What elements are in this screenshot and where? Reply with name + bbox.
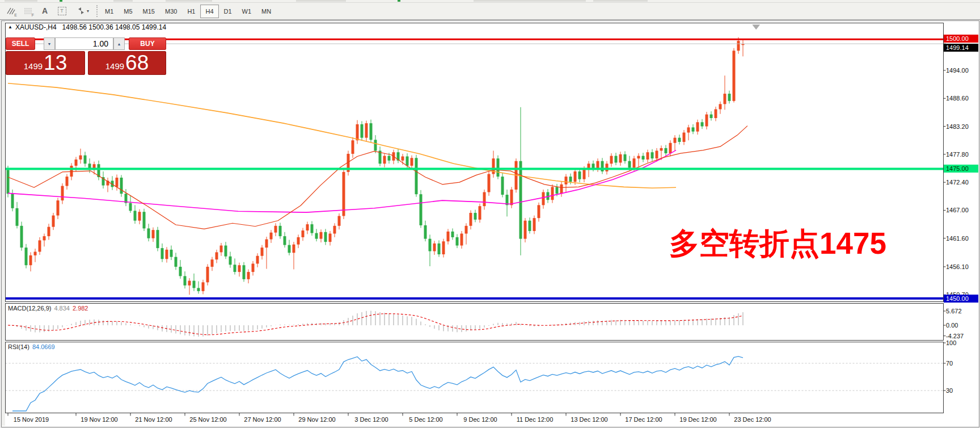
price-axis-label: 1467.00	[946, 207, 969, 213]
macd-axis-label: 5.672	[946, 308, 962, 314]
price-axis-label: 1472.40	[946, 179, 969, 186]
triangle-down-icon: ▼	[48, 42, 52, 46]
price-axis-label: 1488.60	[946, 95, 969, 102]
volume-input[interactable]	[55, 37, 113, 50]
time-axis-label: 17 Dec 12:00	[625, 416, 662, 423]
sell-button[interactable]: SELL	[6, 37, 35, 50]
time-axis-label: 25 Nov 12:00	[189, 416, 226, 423]
mt4-application-window: E F A T ▾ M1M5M15M30H1H4D1W1MN ▲XAUUSD-,…	[0, 0, 980, 428]
buy-price-minor: 1499	[105, 61, 124, 71]
volume-increase-button[interactable]: ▲	[113, 37, 125, 50]
macd-main-value: 4.834	[54, 305, 70, 312]
macd-axis-label: -4.237	[946, 333, 964, 339]
time-axis-label: 11 Dec 12:00	[517, 416, 554, 423]
symbol-period-label: XAUUSD-,H4	[15, 23, 57, 31]
time-axis-label: 29 Nov 12:00	[298, 416, 335, 423]
time-axis-label: 19 Nov 12:00	[81, 416, 117, 423]
macd-name: MACD(12,26,9)	[8, 305, 51, 312]
sell-price-minor: 1499	[24, 61, 43, 71]
time-axis-label: 15 Nov 2019	[14, 416, 49, 423]
time-axis-label: 19 Dec 12:00	[679, 416, 716, 423]
price-axis-label: 1475.00	[944, 165, 978, 173]
rsi-value: 84.0669	[32, 343, 55, 350]
chart-title: ▲XAUUSD-,H41498.56 1500.36 1498.05 1499.…	[8, 23, 166, 31]
price-axis-label: 1450.00	[944, 295, 978, 303]
sell-price-major: 13	[44, 52, 67, 74]
macd-pane-label: MACD(12,26,9)4.8342.982	[8, 305, 88, 312]
macd-axis-label: 0.00	[946, 322, 958, 329]
price-axis-label: 1461.60	[946, 235, 969, 242]
price-axis-label: 1494.00	[946, 67, 969, 74]
price-axis-label: 1499.14	[944, 44, 978, 52]
time-axis-label: 3 Dec 12:00	[354, 416, 388, 423]
time-axis-label: 5 Dec 12:00	[409, 416, 442, 423]
time-axis-label: 9 Dec 12:00	[463, 416, 497, 423]
volume-decrease-button[interactable]: ▼	[44, 37, 55, 50]
rsi-name: RSI(14)	[8, 343, 29, 350]
macd-signal-value: 2.982	[73, 305, 88, 312]
sell-price-button[interactable]: 1499 13	[6, 51, 85, 75]
buy-button[interactable]: BUY	[129, 37, 166, 50]
price-axis-label: 1483.20	[946, 123, 969, 130]
collapse-triangle-icon: ▲	[8, 24, 12, 30]
buy-price-button[interactable]: 1499 68	[88, 51, 166, 75]
price-axis-label: 1477.80	[946, 151, 969, 158]
price-axis-label: 1456.10	[946, 263, 969, 270]
time-axis-label: 21 Nov 12:00	[135, 416, 172, 423]
time-axis-label: 27 Nov 12:00	[244, 416, 281, 423]
rsi-axis-label: 100	[946, 339, 956, 346]
time-axis-label: 23 Dec 12:00	[734, 416, 771, 423]
buy-price-major: 68	[125, 52, 149, 74]
rsi-axis-label: 30	[946, 387, 953, 394]
price-axis-label: 1500.00	[944, 35, 978, 43]
rsi-pane-label: RSI(14)84.0669	[8, 343, 55, 350]
time-axis-label: 13 Dec 12:00	[571, 416, 607, 423]
ohlc-readout: 1498.56 1500.36 1498.05 1499.14	[62, 23, 167, 31]
triangle-up-icon: ▲	[117, 42, 121, 46]
chart-annotation-text: 多空转折点1475	[669, 228, 886, 258]
rsi-axis-label: 70	[946, 360, 953, 367]
